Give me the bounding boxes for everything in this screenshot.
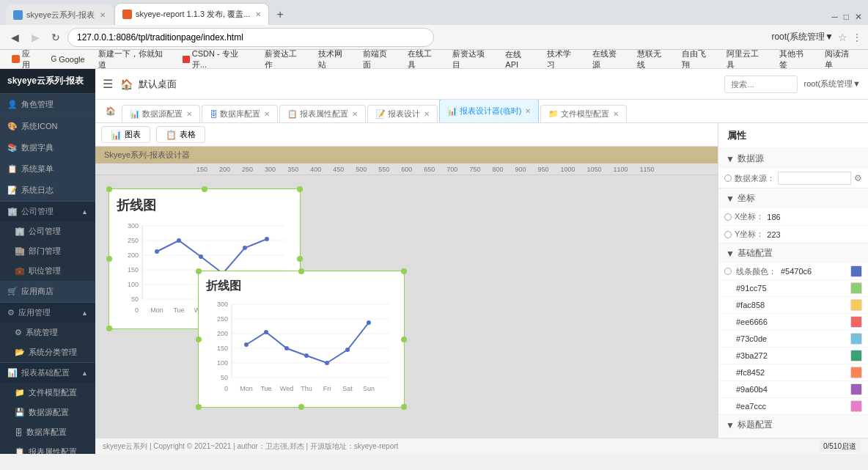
- prop-section-titleconfig-header[interactable]: ▼ 标题配置: [718, 415, 868, 435]
- color6-swatch[interactable]: [850, 350, 862, 361]
- user-avatar[interactable]: root(系统管理▼: [803, 78, 861, 89]
- sidebar-group-appmanage[interactable]: ⚙ 应用管理 ▲: [0, 302, 95, 323]
- app-tab-dbconfig[interactable]: 🗄 数据库配置 ✕: [202, 105, 278, 122]
- bookmark-resources[interactable]: 在线资源: [586, 50, 630, 69]
- chart-inner-container[interactable]: 折线图 300 25: [198, 271, 405, 408]
- bookmark-free[interactable]: 自由飞翔: [676, 50, 719, 69]
- table-tool-button[interactable]: 📋 表格: [156, 126, 205, 143]
- reportprop-tab-close[interactable]: ✕: [352, 110, 358, 118]
- inner-handle-tr[interactable]: [401, 268, 407, 274]
- datasource-input[interactable]: [778, 172, 851, 185]
- datasource-tab-close[interactable]: ✕: [186, 110, 192, 118]
- bookmark-tech[interactable]: 技术网站: [312, 50, 356, 69]
- browser-tab-active[interactable]: skyeye-report 1.1.3 发布, 覆盖... ✕: [114, 3, 270, 25]
- bookmark-apps[interactable]: 应用: [6, 50, 43, 69]
- inner-handle-tl[interactable]: [196, 268, 202, 274]
- inner-handle-bm[interactable]: [298, 404, 304, 410]
- outer-handle-ml[interactable]: [106, 256, 112, 262]
- inner-handle-br[interactable]: [401, 404, 407, 410]
- outer-handle-mr[interactable]: [297, 256, 303, 262]
- sidebar-group-report-base[interactable]: 📊 报表基础配置 ▲: [0, 362, 95, 383]
- prop-section-datasource-header[interactable]: ▼ 数据源: [718, 149, 868, 169]
- sidebar-item-position[interactable]: 💼 职位管理: [0, 261, 95, 281]
- color1-swatch[interactable]: [850, 265, 862, 277]
- bookmark-csdn[interactable]: CSDN - 专业开...: [177, 50, 258, 69]
- bookmark-online-tools[interactable]: 在线工具: [402, 50, 445, 69]
- app-tab-datasource[interactable]: 📊 数据源配置 ✕: [122, 105, 200, 122]
- sidebar-item-filemodel[interactable]: 📁 文件模型配置: [0, 383, 95, 403]
- y-coord-radio[interactable]: [724, 231, 732, 238]
- bookmark-wireless[interactable]: 慧联无线: [631, 50, 674, 69]
- inner-handle-ml[interactable]: [196, 337, 202, 342]
- outer-handle-tm[interactable]: [202, 186, 207, 192]
- color7-swatch[interactable]: [850, 367, 862, 378]
- reportdesign-tab-close[interactable]: ✕: [424, 110, 430, 118]
- app-tab-home[interactable]: 🏠: [100, 100, 122, 122]
- chart-tool-button[interactable]: 📊 图表: [101, 126, 150, 143]
- prop-section-coords-header[interactable]: ▼ 坐标: [718, 188, 868, 208]
- color4-swatch[interactable]: [850, 316, 862, 328]
- dbconfig-tab-close[interactable]: ✕: [264, 110, 270, 118]
- outer-handle-bl[interactable]: [106, 326, 112, 331]
- sidebar-item-dept[interactable]: 🏬 部门管理: [0, 241, 95, 261]
- bookmark-projects[interactable]: 薪资达项目: [446, 50, 498, 69]
- minimize-icon[interactable]: ─: [831, 12, 838, 22]
- bookmark-api[interactable]: 在线API: [499, 50, 540, 69]
- inner-handle-mr[interactable]: [401, 337, 407, 342]
- close-icon[interactable]: ✕: [855, 12, 862, 22]
- sidebar-item-datasource-cfg[interactable]: 💾 数据源配置: [0, 403, 95, 422]
- sidebar-item-reportprop[interactable]: 📋 报表属性配置: [0, 442, 95, 454]
- filemodel-tab-close[interactable]: ✕: [613, 110, 619, 118]
- bookmark-aliyun[interactable]: 阿里云工具: [721, 50, 772, 69]
- sidebar-item-syscat[interactable]: 📂 系统分类管理: [0, 342, 95, 362]
- sidebar-item-company-mgr[interactable]: 🏢 公司管理: [0, 221, 95, 241]
- sidebar-item-sysmgr[interactable]: ⚙ 系统管理: [0, 323, 95, 342]
- app-tab-reportdesign[interactable]: 📝 报表设计 ✕: [367, 105, 438, 122]
- sidebar-item-dict[interactable]: 📚 数据字典: [0, 137, 95, 158]
- bookmark-readlist[interactable]: 阅读清单: [819, 50, 862, 69]
- color5-swatch[interactable]: [850, 333, 862, 345]
- x-coord-radio[interactable]: [724, 213, 732, 221]
- sidebar-item-log[interactable]: 📝 系统日志: [0, 180, 95, 201]
- bookmark-google[interactable]: GGoogle: [45, 54, 90, 65]
- inner-handle-tm[interactable]: [298, 268, 304, 274]
- tab2-close[interactable]: ✕: [255, 10, 261, 18]
- bookmark-other[interactable]: 其他书签: [773, 50, 817, 69]
- inner-handle-bl[interactable]: [196, 404, 202, 410]
- color8-swatch[interactable]: [850, 383, 862, 395]
- app-tab-filemodel[interactable]: 📁 文件模型配置 ✕: [540, 105, 627, 122]
- address-bar[interactable]: [67, 28, 434, 47]
- new-tab-button[interactable]: +: [271, 4, 289, 25]
- color2-swatch[interactable]: [850, 282, 862, 294]
- sidebar-group-company[interactable]: 🏢 公司管理 ▲: [0, 201, 95, 221]
- outer-handle-tr[interactable]: [297, 186, 303, 192]
- sidebar-item-roles[interactable]: 👤 角色管理: [0, 94, 95, 116]
- forward-button[interactable]: ▶: [26, 29, 44, 46]
- canvas-body[interactable]: 折线图 300: [95, 175, 718, 438]
- sidebar-item-store[interactable]: 🛒 应用商店: [0, 281, 95, 302]
- bookmark-frontend[interactable]: 前端页面: [357, 50, 400, 69]
- app-tab-designer-active[interactable]: 📊 报表设计器(临时) ✕: [439, 100, 539, 122]
- tab1-close[interactable]: ✕: [100, 11, 106, 19]
- color9-swatch[interactable]: [850, 400, 862, 412]
- reload-button[interactable]: ↻: [47, 29, 65, 46]
- prop-section-baseconfig-header[interactable]: ▼ 基础配置: [718, 243, 868, 263]
- star-icon[interactable]: ☆: [838, 32, 847, 43]
- color3-swatch[interactable]: [850, 299, 862, 311]
- bookmark-study[interactable]: 技术学习: [541, 50, 584, 69]
- bookmark-1[interactable]: 新建一下，你就知道: [92, 50, 175, 69]
- hamburger-icon[interactable]: ☰: [103, 77, 113, 91]
- bookmark-salary[interactable]: 薪资达工作: [259, 50, 310, 69]
- maximize-icon[interactable]: □: [844, 12, 849, 22]
- browser-tab[interactable]: skyeye云系列-报表 ✕: [6, 4, 113, 25]
- sidebar-item-dbconfig[interactable]: 🗄 数据库配置: [0, 422, 95, 442]
- settings-icon[interactable]: ⋮: [852, 32, 862, 43]
- sidebar-item-menu[interactable]: 📋 系统菜单: [0, 158, 95, 180]
- back-button[interactable]: ◀: [6, 29, 23, 46]
- app-tab-reportprop[interactable]: 📋 报表属性配置 ✕: [279, 105, 366, 122]
- outer-handle-tl[interactable]: [106, 186, 112, 192]
- datasource-radio[interactable]: [724, 175, 732, 182]
- sidebar-item-icon[interactable]: 🎨 系统ICON: [0, 116, 95, 137]
- designer-active-tab-close[interactable]: ✕: [525, 107, 531, 115]
- search-input[interactable]: [724, 76, 798, 93]
